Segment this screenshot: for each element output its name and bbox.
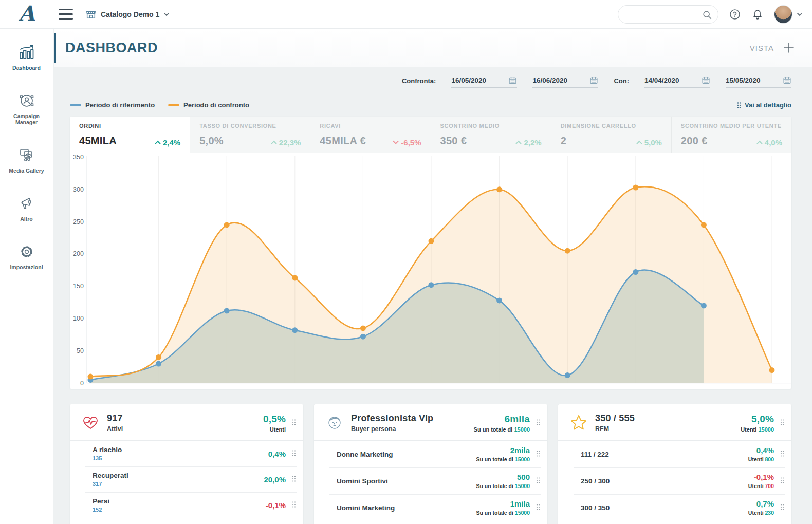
calendar-icon[interactable] [508, 76, 517, 85]
svg-text:350: 350 [73, 154, 84, 161]
card-menu-button[interactable] [779, 418, 785, 428]
hamburger-menu-icon[interactable] [59, 9, 73, 20]
sidebar-item-media-gallery[interactable]: Media Gallery [0, 140, 53, 181]
chevron-down-icon [797, 11, 803, 17]
confronta-label: Confronta: [402, 77, 436, 88]
trend-direction-icon [393, 138, 399, 144]
notifications-button[interactable] [751, 8, 764, 21]
kebab-dots-icon [292, 419, 296, 426]
date-input-compare-from[interactable] [644, 77, 692, 84]
avatar [774, 5, 792, 24]
segment-row: Donne Marketing 2milaSu un totale di 150… [314, 441, 547, 467]
date-field-from [451, 76, 517, 88]
row-menu-button[interactable] [779, 449, 785, 460]
kebab-dots-icon [536, 477, 540, 484]
kebab-dots-icon [780, 503, 784, 511]
svg-text:300: 300 [73, 186, 84, 193]
date-input-from[interactable] [451, 77, 499, 84]
row-menu-button[interactable] [779, 476, 785, 486]
row-menu-button[interactable] [291, 448, 297, 459]
svg-text:100: 100 [73, 315, 84, 322]
campaign-manager-icon [18, 92, 35, 109]
heart-pulse-icon [82, 415, 99, 431]
vista-label: VISTA [750, 44, 774, 52]
user-menu[interactable] [774, 5, 803, 24]
card-subtitle: Buyer persona [351, 425, 433, 433]
trend-chart-card: ORDINI 45MILA 2,4% TASSO DI CONVERSIONE … [70, 117, 791, 389]
catalog-name: Catalogo Demo 1 [101, 10, 159, 18]
card-menu-button[interactable] [291, 418, 297, 428]
sidebar: Dashboard Campaign Manager Media Gallery… [0, 29, 53, 524]
dashboard-content: Confronta: Con: Periodo di [54, 76, 812, 524]
kebab-dots-icon [292, 450, 296, 457]
search-box [618, 5, 718, 24]
dots-grid-icon [737, 102, 741, 109]
rfm-card: 350 / 555 RFM 5,0% Utenti 15000 111 / 22… [558, 404, 791, 524]
plus-icon[interactable] [783, 42, 795, 53]
segment-cards-row: 917 Attivi 0,5% Utenti A rischio135 0,4% [70, 404, 791, 524]
kpi-tab-dimensione-carrello[interactable]: DIMENSIONE CARRELLO 2 5,0% [551, 117, 672, 153]
area-chart: 050100150200250300350 [70, 153, 791, 389]
media-gallery-icon [18, 147, 35, 163]
card-subtitle: RFM [595, 425, 635, 433]
svg-text:0: 0 [80, 380, 84, 387]
svg-text:50: 50 [77, 347, 84, 354]
segment-row: A rischio135 0,4% [70, 441, 303, 466]
reference-swatch [70, 104, 81, 106]
svg-text:200: 200 [73, 250, 84, 257]
card-title: Professionista Vip [351, 413, 433, 424]
card-subtitle: Attivi [107, 425, 123, 433]
date-input-to[interactable] [532, 77, 580, 84]
detail-link[interactable]: Vai al dettaglio [737, 101, 791, 109]
date-compare-row: Confronta: Con: [70, 76, 791, 88]
card-value: 0,5% [263, 414, 286, 425]
segment-row: Persi152 -0,1% [70, 492, 303, 518]
row-menu-button[interactable] [291, 474, 297, 485]
chevron-down-icon [163, 11, 170, 17]
kpi-tab-ordini[interactable]: ORDINI 45MILA 2,4% [70, 117, 190, 153]
help-icon [729, 8, 741, 21]
date-input-compare-to[interactable] [726, 77, 773, 84]
catalog-selector[interactable]: Catalogo Demo 1 [85, 9, 170, 20]
sidebar-item-altro[interactable]: Altro [0, 188, 53, 229]
con-label: Con: [614, 77, 629, 88]
kpi-tab-tasso-di-conversione[interactable]: TASSO DI CONVERSIONE 5,0% 22,3% [190, 117, 310, 153]
calendar-icon[interactable] [702, 76, 710, 85]
help-button[interactable] [729, 8, 741, 21]
kpi-tab-scontrino-medio[interactable]: SCONTRINO MEDIO 350 € 2,2% [431, 117, 551, 153]
sidebar-item-campaign-manager[interactable]: Campaign Manager [0, 85, 53, 133]
segment-row: Uomini Sportivi 500Su un totale di 15000 [314, 467, 547, 494]
search-icon[interactable] [702, 9, 713, 21]
row-menu-button[interactable] [779, 502, 785, 513]
buyer-persona-card: Professionista Vip Buyer persona 6mila S… [314, 404, 547, 524]
card-value: 6mila [474, 414, 530, 425]
top-bar: A Catalogo Demo 1 [0, 0, 812, 29]
calendar-icon[interactable] [589, 76, 598, 85]
sidebar-item-impostazioni[interactable]: Impostazioni [0, 236, 53, 277]
main-area: DASHBOARD VISTA Confronta: Con: [54, 0, 812, 524]
row-menu-button[interactable] [535, 502, 541, 513]
row-menu-button[interactable] [535, 476, 541, 486]
segment-row: 111 / 222 0,4%Utenti 800 [558, 441, 791, 467]
sidebar-item-dashboard[interactable]: Dashboard [0, 37, 53, 78]
row-menu-button[interactable] [535, 449, 541, 460]
kebab-dots-icon [536, 419, 540, 426]
legend-comparison[interactable]: Periodo di confronto [168, 101, 249, 109]
kpi-tab-ricavi[interactable]: RICAVI 45MILA € -6,5% [310, 117, 431, 153]
attivi-card: 917 Attivi 0,5% Utenti A rischio135 0,4% [70, 404, 303, 524]
kebab-dots-icon [780, 419, 784, 426]
kebab-dots-icon [780, 477, 784, 484]
trend-direction-icon [636, 140, 642, 146]
trend-direction-icon [155, 140, 160, 146]
card-value: 5,0% [741, 414, 774, 425]
calendar-icon[interactable] [783, 76, 791, 85]
kpi-tab-scontrino-medio-per-utente[interactable]: SCONTRINO MEDIO PER UTENTE 200 € 4,0% [672, 117, 791, 153]
brand-logo[interactable]: A [0, 4, 53, 25]
segment-row: Uomini Marketing 1milaSu un totale di 15… [314, 494, 547, 521]
card-menu-button[interactable] [535, 418, 541, 428]
legend-reference[interactable]: Periodo di riferimento [70, 101, 155, 109]
segment-row: 250 / 300 -0,1%Utenti 700 [558, 467, 791, 494]
buyer-persona-icon [326, 414, 343, 432]
row-menu-button[interactable] [291, 500, 297, 511]
kebab-dots-icon [292, 475, 296, 482]
